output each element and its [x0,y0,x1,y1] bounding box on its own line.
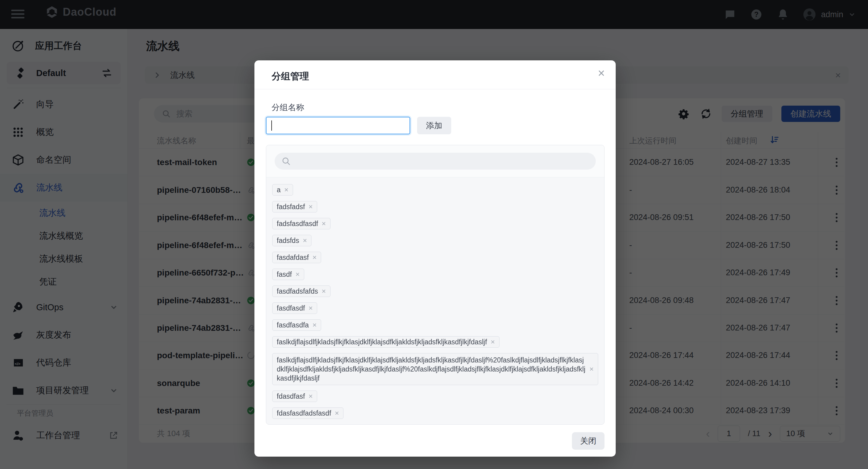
remove-tag-icon[interactable]: × [491,338,495,346]
modal-divider [254,89,616,89]
group-tag: fasdf× [272,269,304,280]
text-caret [271,120,272,131]
group-tag: fasdfasdfa× [272,319,321,331]
group-search-input[interactable] [275,153,596,169]
group-tag: faslkdjflajsdlfjkladsjflkjfklasjdklfjkla… [272,336,499,348]
add-group-button[interactable]: 添加 [417,117,451,134]
group-tag-list: a× fadsfadsf× fadsfasdfasdf× fadsfds× fa… [266,178,604,425]
remove-tag-icon[interactable]: × [335,409,339,417]
remove-tag-icon[interactable]: × [312,321,317,329]
remove-tag-icon[interactable]: × [312,253,317,262]
group-tag: fdasdfasf× [272,390,317,402]
group-tag: fasdafdasf× [272,252,321,263]
group-tag: fadsfasdfasdf× [272,218,331,229]
remove-tag-icon[interactable]: × [303,236,307,245]
remove-tag-icon[interactable]: × [308,392,313,401]
group-list-search-bar [266,145,604,178]
remove-tag-icon[interactable]: × [284,186,288,194]
group-tag: fasdfadsfafds× [272,285,331,297]
remove-tag-icon[interactable]: × [296,270,300,279]
group-manage-modal: 分组管理 × 分组名称 添加 a× fadsfadsf× fadsfasdfas… [254,60,616,457]
modal-close-icon[interactable]: × [598,67,605,79]
group-tag: a× [272,184,293,195]
search-icon [281,156,291,166]
group-tag [272,424,302,425]
remove-tag-icon[interactable]: × [308,304,313,312]
group-list-panel: a× fadsfadsf× fadsfasdfasdf× fadsfds× fa… [266,145,604,425]
group-tag: fdasfasdfadsfasdf× [272,407,343,419]
group-tag: fadsfadsf× [272,201,317,213]
group-tag: fasdfasdf× [272,303,317,314]
remove-tag-icon[interactable]: × [589,365,594,373]
modal-title: 分组管理 [272,70,309,83]
group-tag: faslkdjflajsdlfjkladsjflkjfklasjdklfjkla… [272,353,598,385]
group-name-input[interactable] [266,117,410,134]
modal-close-button[interactable]: 关闭 [572,432,604,450]
remove-tag-icon[interactable]: × [322,219,326,228]
remove-tag-icon[interactable]: × [322,287,326,295]
remove-tag-icon[interactable]: × [308,202,313,211]
group-name-label: 分组名称 [272,102,304,113]
group-tag: fadsfds× [272,235,311,246]
